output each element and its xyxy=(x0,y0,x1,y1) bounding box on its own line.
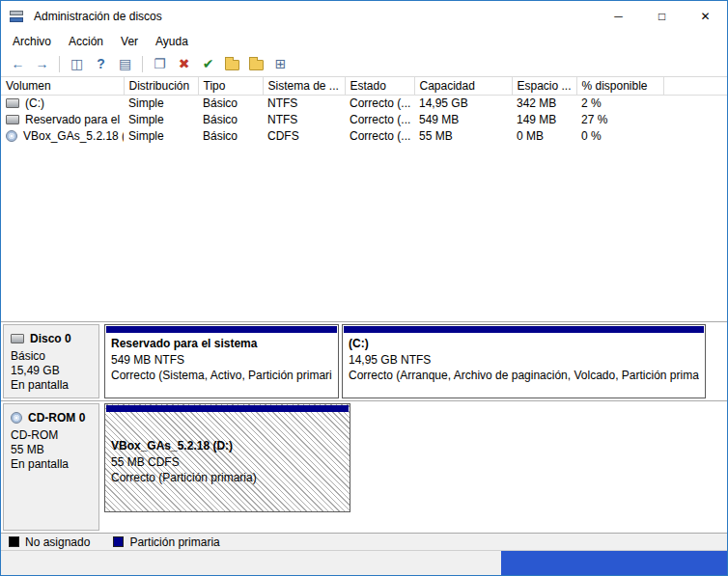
disk-status: En pantalla xyxy=(11,378,92,393)
partition-size: 14,95 GB NTFS xyxy=(349,352,699,368)
partition-size: 55 MB CDFS xyxy=(111,454,344,470)
cell-filler xyxy=(663,95,727,111)
context-menu-icon[interactable]: ❐ xyxy=(149,53,171,74)
cell-status: Correcto (... xyxy=(345,95,414,111)
cdrom-0-partitions: VBox_GAs_5.2.18 (D:) 55 MB CDFS Correcto… xyxy=(104,403,727,531)
window-controls: ─ □ ✕ xyxy=(597,1,727,31)
disk-status: En pantalla xyxy=(11,457,92,472)
primary-partition-color-strip xyxy=(106,405,349,412)
delete-volume-icon[interactable]: ✖ xyxy=(173,53,195,74)
volume-table-header: Volumen Distribución Tipo Sistema de ...… xyxy=(1,77,727,95)
partition-title: Reservado para el sistema xyxy=(111,336,332,352)
partition-title: VBox_GAs_5.2.18 (D:) xyxy=(111,438,344,454)
client-area: Volumen Distribución Tipo Sistema de ...… xyxy=(1,77,727,550)
cell-percent: 0 % xyxy=(576,127,663,144)
console-tree-icon[interactable]: ◫ xyxy=(66,53,88,74)
cell-capacity: 549 MB xyxy=(414,111,512,127)
volume-table: Volumen Distribución Tipo Sistema de ...… xyxy=(1,77,727,144)
col-distribucion[interactable]: Distribución xyxy=(124,77,198,95)
cell-volume: VBox_GAs_5.2.18 (... xyxy=(1,127,124,144)
forward-icon[interactable]: → xyxy=(31,53,53,74)
col-filler xyxy=(663,77,727,95)
bottom-strip xyxy=(1,550,727,575)
export-list-icon[interactable]: ▤ xyxy=(114,53,136,74)
col-capacidad[interactable]: Capacidad xyxy=(414,77,512,95)
cell-filler xyxy=(663,127,727,144)
toolbar-separator xyxy=(59,56,60,72)
volume-label: (C:) xyxy=(25,96,44,110)
minimize-button[interactable]: ─ xyxy=(597,1,640,31)
volume-label: VBox_GAs_5.2.18 (... xyxy=(23,129,124,143)
partition-status: Correcto (Partición primaria) xyxy=(111,470,344,485)
new-folder-icon[interactable] xyxy=(245,53,267,74)
unassigned-swatch xyxy=(9,536,19,547)
volume-list-pane: Volumen Distribución Tipo Sistema de ...… xyxy=(1,77,727,321)
disk-0-info-panel[interactable]: Disco 0 Básico 15,49 GB En pantalla xyxy=(3,324,99,398)
cell-free-space: 0 MB xyxy=(512,127,576,144)
menu-accion[interactable]: Acción xyxy=(60,33,112,50)
cd-rom-icon xyxy=(11,412,22,424)
volume-row-c[interactable]: (C:) Simple Básico NTFS Correcto (... 14… xyxy=(1,95,727,111)
cell-type: Básico xyxy=(198,111,263,127)
volume-row-vbox[interactable]: VBox_GAs_5.2.18 (... Simple Básico CDFS … xyxy=(1,127,727,144)
back-icon[interactable]: ← xyxy=(7,53,29,74)
cell-status: Correcto (... xyxy=(345,127,414,144)
disk-size: 55 MB xyxy=(11,443,92,457)
cell-layout: Simple xyxy=(124,111,198,127)
titlebar: Administración de discos ─ □ ✕ xyxy=(1,1,727,31)
close-button[interactable]: ✕ xyxy=(684,1,727,31)
cell-free-space: 342 MB xyxy=(512,95,576,111)
partition-system-reserved[interactable]: Reservado para el sistema 549 MB NTFS Co… xyxy=(104,324,339,398)
help-icon[interactable]: ? xyxy=(90,53,112,74)
cell-free-space: 149 MB xyxy=(512,111,576,127)
col-tipo[interactable]: Tipo xyxy=(198,77,263,95)
disk-type: CD-ROM xyxy=(11,428,92,443)
unassigned-label: No asignado xyxy=(25,535,90,549)
col-volumen[interactable]: Volumen xyxy=(1,77,124,95)
primary-partition-swatch xyxy=(113,536,124,547)
cell-percent: 27 % xyxy=(576,111,663,127)
check-icon[interactable]: ✔ xyxy=(197,53,219,74)
cell-volume: Reservado para el ... xyxy=(1,111,124,127)
blue-background-region xyxy=(501,551,727,575)
cdrom-0-info-panel[interactable]: CD-ROM 0 CD-ROM 55 MB En pantalla xyxy=(3,403,99,531)
partition-title: (C:) xyxy=(349,336,699,352)
toolbar-separator xyxy=(142,56,143,72)
cell-volume: (C:) xyxy=(1,95,124,111)
window-title: Administración de discos xyxy=(34,10,162,23)
hard-disk-icon xyxy=(6,115,19,124)
disk-type: Básico xyxy=(11,349,92,364)
partition-c-drive[interactable]: (C:) 14,95 GB NTFS Correcto (Arranque, A… xyxy=(342,324,706,398)
cell-status: Correcto (... xyxy=(345,111,414,127)
col-espacio[interactable]: Espacio ... xyxy=(512,77,576,95)
partition-size: 549 MB NTFS xyxy=(111,352,332,368)
cell-layout: Simple xyxy=(124,95,198,111)
cdrom-0-row: CD-ROM 0 CD-ROM 55 MB En pantalla VBox_G… xyxy=(1,401,727,533)
col-sistema[interactable]: Sistema de ... xyxy=(263,77,345,95)
menu-ver[interactable]: Ver xyxy=(112,33,147,50)
disk-name: Disco 0 xyxy=(30,332,71,345)
folder-glyph xyxy=(249,60,264,70)
maximize-button[interactable]: □ xyxy=(640,1,684,31)
views-icon[interactable]: ⊞ xyxy=(269,53,292,74)
partition-vbox-cd[interactable]: VBox_GAs_5.2.18 (D:) 55 MB CDFS Correcto… xyxy=(104,403,350,512)
volume-label: Reservado para el ... xyxy=(25,113,124,126)
disk-management-window: Administración de discos ─ □ ✕ Archivo A… xyxy=(0,0,728,576)
col-estado[interactable]: Estado xyxy=(345,77,414,95)
volume-row-reserved[interactable]: Reservado para el ... Simple Básico NTFS… xyxy=(1,111,727,127)
cell-filesystem: NTFS xyxy=(263,95,345,111)
disk-0-partitions: Reservado para el sistema 549 MB NTFS Co… xyxy=(104,324,727,398)
menu-archivo[interactable]: Archivo xyxy=(4,33,60,50)
cell-percent: 2 % xyxy=(576,95,663,111)
disk-size: 15,49 GB xyxy=(11,364,92,378)
cell-filesystem: NTFS xyxy=(263,111,345,127)
primary-partition-color-strip xyxy=(344,326,704,333)
open-folder-icon[interactable] xyxy=(221,53,243,74)
col-disponible[interactable]: % disponible xyxy=(576,77,663,95)
disk-management-app-icon xyxy=(10,9,25,24)
app-icon-blue-bar xyxy=(10,17,23,22)
partition-status: Correcto (Sistema, Activo, Partición pri… xyxy=(111,368,332,383)
hard-disk-icon xyxy=(6,98,19,108)
cell-filesystem: CDFS xyxy=(263,127,345,144)
menu-ayuda[interactable]: Ayuda xyxy=(147,33,197,50)
